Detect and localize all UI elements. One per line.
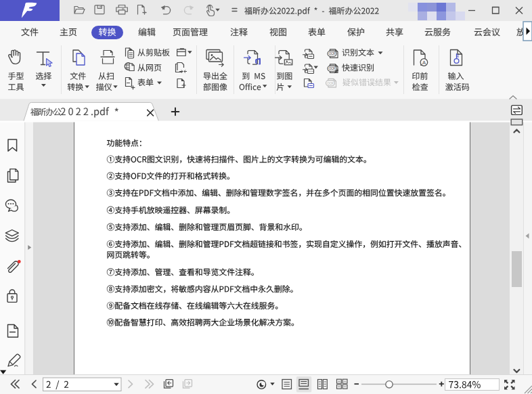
svg-text:OCR: OCR (329, 52, 336, 56)
svg-text:OCR: OCR (327, 82, 334, 85)
svg-text:A: A (422, 60, 426, 66)
svg-text:OCR: OCR (329, 67, 336, 70)
